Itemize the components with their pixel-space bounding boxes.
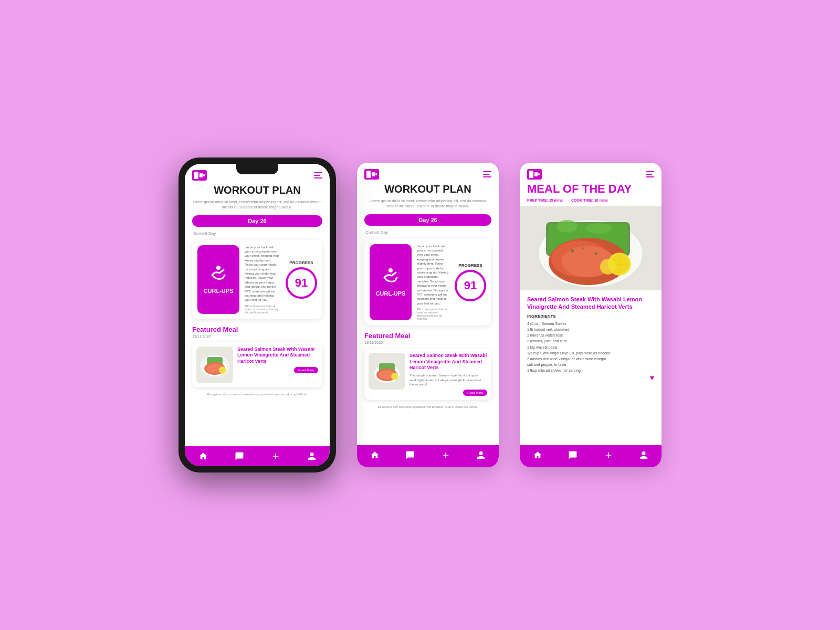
bottom-nav-1 bbox=[185, 446, 330, 466]
logo-icon-2 bbox=[364, 169, 379, 180]
hamburger-menu-1[interactable] bbox=[314, 172, 322, 178]
phone-device-1: WORKOUT PLAN Lorem ipsum dolor sit amet,… bbox=[178, 158, 336, 472]
nav-add-1[interactable] bbox=[271, 452, 280, 461]
svg-point-43 bbox=[595, 253, 597, 255]
app-header-2 bbox=[357, 163, 499, 183]
svg-rect-14 bbox=[375, 173, 377, 175]
nav-chat-2[interactable] bbox=[405, 450, 415, 462]
hamburger-menu-3[interactable] bbox=[646, 171, 654, 177]
nav-user-2[interactable] bbox=[476, 450, 486, 462]
svg-point-41 bbox=[571, 249, 574, 253]
exercise-icon-box-1: CURL-UPS bbox=[197, 245, 239, 314]
nav-home-2[interactable] bbox=[370, 450, 380, 462]
exercise-desc-1: Lie on your back with your arms crossed … bbox=[245, 245, 280, 302]
hamburger-menu-2[interactable] bbox=[483, 171, 491, 177]
svg-rect-13 bbox=[372, 172, 375, 176]
meal-card-1: Seared Salmon Steak With Wasabi Lemon Vi… bbox=[192, 342, 322, 387]
footer-text-2: Excepteur sint occaecat cupidatat non pr… bbox=[364, 405, 491, 408]
flat-device-2: WORKOUT PLAN Lorem ipsum dolor sit amet,… bbox=[357, 163, 499, 467]
heart-icon[interactable]: ♥ bbox=[527, 373, 654, 382]
svg-rect-1 bbox=[200, 173, 203, 177]
progress-label-2: PROGRESS bbox=[458, 263, 482, 268]
nav-add-2[interactable] bbox=[441, 450, 450, 462]
svg-point-32 bbox=[585, 223, 612, 234]
nav-user-3[interactable] bbox=[639, 450, 648, 462]
featured-meal-title-2: Featured Meal bbox=[364, 332, 491, 340]
read-more-btn-1[interactable]: Read More bbox=[294, 367, 318, 373]
phone-screen-1: WORKOUT PLAN Lorem ipsum dolor sit amet,… bbox=[185, 164, 330, 466]
exercise-tip-1: TIP: Lorem ipsum dolor sit amet, consect… bbox=[245, 304, 280, 314]
exercise-card-1: CURL-UPS Lie on your back with your arms… bbox=[192, 240, 322, 319]
meal-image-1 bbox=[196, 346, 233, 383]
progress-box-2: PROGRESS 91 bbox=[455, 244, 486, 320]
svg-rect-0 bbox=[194, 172, 198, 179]
ingredient-item: 1 lb haricot vert, stemmed bbox=[527, 327, 654, 332]
featured-meal-title-1: Featured Meal bbox=[192, 326, 322, 333]
progress-number-1: 91 bbox=[295, 276, 308, 290]
current-day-2: Current Day bbox=[364, 230, 491, 235]
svg-rect-12 bbox=[366, 171, 371, 178]
meal-detail-name: Seared Salmon Steak With Wasabi Lemon Vi… bbox=[527, 296, 654, 311]
svg-rect-25 bbox=[538, 173, 540, 175]
meal-card-2: Seared Salmon Steak With Wasabi Lemon Vi… bbox=[364, 349, 491, 400]
logo-svg-1 bbox=[194, 172, 205, 179]
nav-chat-1[interactable] bbox=[235, 452, 244, 461]
prep-time: PREP TIME: 15 mins bbox=[527, 198, 563, 202]
page-subtitle-2: Lorem ipsum dolor sit amet, consectetur … bbox=[364, 198, 491, 209]
progress-circle-2: 91 bbox=[455, 270, 486, 301]
current-day-1: Current Day bbox=[192, 231, 322, 236]
meal-card-title-2: Seared Salmon Steak With Wasabi Lemon Vi… bbox=[410, 353, 487, 371]
ingredients-label: INGREDIENTS bbox=[527, 314, 654, 319]
page-title-1: WORKOUT PLAN bbox=[192, 184, 322, 196]
meal-of-day-title: MEAL OF THE DAY bbox=[520, 183, 662, 198]
ingredients-list: 4 (6 oz.) Salmon Steaks1 lb haricot vert… bbox=[527, 321, 654, 374]
day-bar-2: Day 26 bbox=[364, 214, 491, 226]
exercise-name-2: CURL-UPS bbox=[376, 290, 406, 297]
hero-image-svg bbox=[520, 206, 662, 290]
featured-meal-date-1: 19/11/2020 bbox=[192, 334, 322, 338]
ingredient-item: 2 handfuls watercress bbox=[527, 332, 654, 338]
app-logo-1 bbox=[192, 170, 207, 181]
svg-point-11 bbox=[219, 366, 226, 374]
cook-time: COOK TIME: 10 mins bbox=[571, 198, 608, 202]
exercise-tip-2: TIP: Lorem ipsum dolor sit amet, consect… bbox=[417, 308, 449, 320]
read-more-btn-2[interactable]: Read More bbox=[463, 390, 487, 396]
bottom-nav-3 bbox=[520, 445, 662, 467]
phone-notch bbox=[236, 164, 278, 174]
nav-home-3[interactable] bbox=[533, 450, 542, 462]
meal-card-title-1: Seared Salmon Steak With Wasabi Lemon Vi… bbox=[237, 346, 318, 365]
page-title-2: WORKOUT PLAN bbox=[364, 183, 491, 195]
scene: WORKOUT PLAN Lorem ipsum dolor sit amet,… bbox=[52, 158, 788, 472]
app-content-1: WORKOUT PLAN Lorem ipsum dolor sit amet,… bbox=[185, 184, 330, 446]
exercise-desc-2: Lie on your back with your arms crossed … bbox=[417, 244, 449, 306]
meal-image-2 bbox=[369, 353, 405, 390]
nav-add-3[interactable] bbox=[604, 450, 613, 462]
svg-point-42 bbox=[582, 247, 584, 249]
nav-home-1[interactable] bbox=[198, 452, 208, 461]
app-content-2: WORKOUT PLAN Lorem ipsum dolor sit amet,… bbox=[357, 183, 499, 445]
nav-user-1[interactable] bbox=[307, 452, 317, 461]
progress-number-2: 91 bbox=[464, 279, 477, 292]
page-subtitle-1: Lorem ipsum dolor sit amet, consectetur … bbox=[192, 200, 322, 210]
svg-point-31 bbox=[556, 220, 578, 233]
ingredient-item: 1/2 cup Extra Virgin Olive Oil, plus mor… bbox=[527, 350, 654, 356]
meal-image-svg-2 bbox=[369, 353, 405, 390]
ingredient-item: 4 (6 oz.) Salmon Steaks bbox=[527, 321, 654, 327]
ingredient-item: 2 lemons, juice and zest bbox=[527, 338, 654, 344]
app-logo-2 bbox=[364, 169, 379, 180]
meal-image-svg-1 bbox=[196, 346, 233, 383]
ingredient-item: salt and pepper, to taste bbox=[527, 362, 654, 368]
svg-point-15 bbox=[388, 268, 393, 272]
progress-circle-1: 91 bbox=[286, 267, 317, 299]
exercise-icon-box-2: CURL-UPS bbox=[370, 244, 412, 320]
day-bar-1: Day 26 bbox=[192, 215, 322, 227]
ingredient-item: 1 tbsp minced chives, for serving bbox=[527, 368, 654, 373]
meal-detail-header-3 bbox=[520, 163, 662, 183]
meal-meta: PREP TIME: 15 mins COOK TIME: 10 mins bbox=[520, 198, 662, 206]
svg-point-3 bbox=[216, 266, 220, 270]
progress-label-1: PROGRESS bbox=[289, 260, 313, 265]
featured-meal-date-2: 19/11/2020 bbox=[364, 341, 491, 344]
ingredient-item: 2 dashes rice wine vinegar or white wine… bbox=[527, 356, 654, 362]
nav-chat-3[interactable] bbox=[568, 450, 578, 462]
logo-icon-3 bbox=[527, 169, 542, 180]
